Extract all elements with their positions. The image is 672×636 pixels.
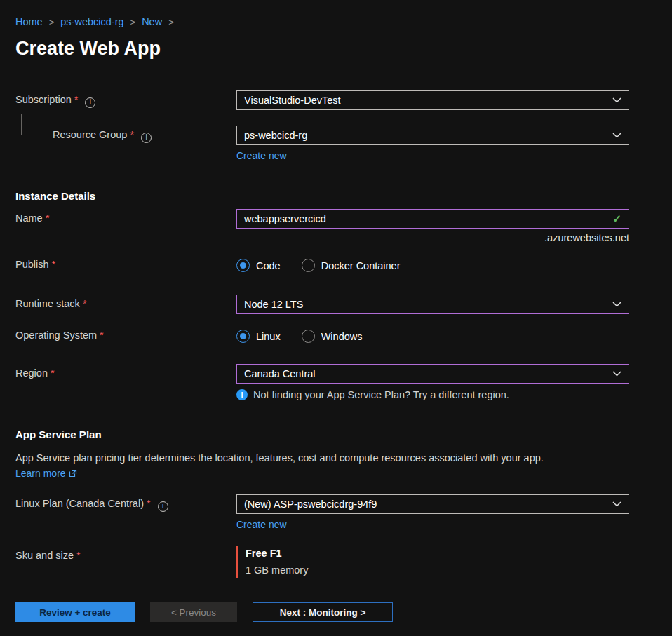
app-service-plan-description: App Service plan pricing tier determines…	[15, 452, 629, 464]
runtime-stack-row: Runtime stack* Node 12 LTS	[15, 295, 629, 314]
info-icon[interactable]: i	[141, 133, 152, 143]
region-label: Region*	[15, 364, 236, 379]
breadcrumb: Home > ps-webcicd-rg > New >	[15, 15, 629, 28]
os-option-linux[interactable]: Linux	[236, 330, 281, 343]
radio-unselected-icon	[302, 330, 315, 343]
info-icon-glyph: i	[241, 391, 243, 399]
radio-selected-icon	[236, 259, 250, 272]
info-icon-glyph: i	[162, 503, 163, 510]
publish-option-code[interactable]: Code	[236, 259, 281, 272]
region-info-line: i Not finding your App Service Plan? Try…	[236, 389, 629, 400]
region-value: Canada Central	[244, 368, 607, 379]
page-title: Create Web App	[15, 37, 629, 60]
required-asterisk: *	[83, 298, 87, 309]
resource-group-label-text: Resource Group	[53, 129, 127, 140]
valid-checkmark-icon: ✓	[612, 212, 621, 225]
previous-button[interactable]: < Previous	[150, 602, 237, 622]
next-monitoring-button[interactable]: Next : Monitoring >	[253, 602, 393, 622]
create-new-plan-link[interactable]: Create new	[236, 519, 287, 530]
breadcrumb-separator-icon: >	[49, 17, 55, 27]
radio-selected-icon	[236, 330, 250, 343]
resource-group-dropdown[interactable]: ps-webcicd-rg	[236, 126, 629, 145]
os-option-windows[interactable]: Windows	[302, 330, 363, 343]
info-icon: i	[236, 389, 248, 400]
tree-connector	[21, 114, 51, 135]
app-service-plan-heading: App Service Plan	[15, 428, 629, 440]
breadcrumb-new[interactable]: New	[142, 16, 162, 27]
review-create-button[interactable]: Review + create	[15, 602, 135, 622]
breadcrumb-resource-group[interactable]: ps-webcicd-rg	[60, 16, 123, 27]
sku-memory: 1 GB memory	[246, 564, 629, 576]
chevron-down-icon	[612, 302, 621, 307]
name-input[interactable]: webappservercicd ✓	[236, 209, 629, 229]
linux-plan-value: (New) ASP-pswebcicdrg-94f9	[244, 499, 607, 510]
os-option-windows-label: Windows	[321, 331, 363, 342]
chevron-down-icon	[612, 133, 621, 138]
subscription-value: VisualStudio-DevTest	[244, 95, 607, 106]
operating-system-label-text: Operating System	[15, 330, 97, 341]
linux-plan-label-text: Linux Plan (Canada Central)	[15, 498, 144, 509]
required-asterisk: *	[74, 94, 79, 105]
info-icon[interactable]: i	[158, 501, 168, 512]
publish-label-text: Publish	[15, 259, 49, 270]
chevron-down-icon	[612, 501, 621, 507]
runtime-stack-label-text: Runtime stack	[15, 298, 80, 309]
required-asterisk: *	[147, 498, 151, 509]
publish-label: Publish*	[15, 257, 236, 270]
required-asterisk: *	[130, 129, 134, 140]
subscription-dropdown[interactable]: VisualStudio-DevTest	[236, 90, 629, 110]
region-dropdown[interactable]: Canada Central	[236, 364, 629, 384]
required-asterisk: *	[100, 330, 104, 341]
operating-system-label: Operating System*	[15, 328, 236, 341]
resource-group-row: Resource Group*i ps-webcicd-rg Create ne…	[15, 126, 629, 162]
required-asterisk: *	[46, 212, 50, 224]
sku-summary: Free F1 1 GB memory	[236, 546, 629, 578]
learn-more-label: Learn more	[15, 468, 66, 479]
external-link-icon	[69, 469, 77, 478]
info-icon-glyph: i	[90, 99, 91, 106]
subscription-label: Subscription*i	[15, 90, 236, 108]
subscription-row: Subscription*i VisualStudio-DevTest	[15, 90, 629, 110]
sku-label: Sku and size*	[15, 546, 236, 561]
runtime-stack-label: Runtime stack*	[15, 295, 236, 309]
instance-details-heading: Instance Details	[15, 190, 629, 202]
subscription-label-text: Subscription	[15, 94, 72, 105]
sku-row: Sku and size* Free F1 1 GB memory	[15, 546, 629, 578]
os-option-linux-label: Linux	[256, 331, 281, 342]
name-label: Name*	[15, 209, 236, 224]
publish-radio-group: Code Docker Container	[236, 257, 629, 273]
resource-group-label: Resource Group*i	[15, 126, 236, 143]
create-new-resource-group-link[interactable]: Create new	[236, 150, 287, 161]
create-web-app-blade: Home > ps-webcicd-rg > New > Create Web …	[0, 0, 672, 636]
radio-unselected-icon	[302, 259, 315, 272]
publish-option-docker-label: Docker Container	[321, 260, 401, 271]
sku-tier: Free F1	[246, 548, 629, 559]
breadcrumb-separator-icon: >	[130, 17, 136, 27]
learn-more-link[interactable]: Learn more	[15, 468, 77, 479]
domain-suffix: .azurewebsites.net	[236, 232, 629, 243]
linux-plan-dropdown[interactable]: (New) ASP-pswebcicdrg-94f9	[236, 494, 629, 514]
required-asterisk: *	[76, 550, 81, 561]
region-label-text: Region	[15, 367, 48, 379]
chevron-down-icon	[612, 97, 621, 103]
region-row: Region* Canada Central i Not finding you…	[15, 364, 629, 400]
name-value: webappservercicd	[244, 213, 607, 224]
info-icon-glyph: i	[145, 134, 147, 141]
info-icon[interactable]: i	[85, 97, 95, 108]
linux-plan-label: Linux Plan (Canada Central)*i	[15, 494, 236, 512]
breadcrumb-separator-icon: >	[168, 17, 174, 27]
name-label-text: Name	[15, 212, 43, 224]
runtime-stack-dropdown[interactable]: Node 12 LTS	[236, 295, 629, 314]
sku-label-text: Sku and size	[15, 550, 74, 561]
os-radio-group: Linux Windows	[236, 328, 629, 344]
publish-option-docker[interactable]: Docker Container	[302, 259, 401, 272]
footer-actions: Review + create < Previous Next : Monito…	[15, 602, 393, 622]
chevron-down-icon	[612, 371, 621, 377]
breadcrumb-home[interactable]: Home	[15, 16, 43, 27]
resource-group-value: ps-webcicd-rg	[244, 130, 607, 141]
publish-row: Publish* Code Docker Container	[15, 257, 629, 273]
operating-system-row: Operating System* Linux Windows	[15, 328, 629, 344]
publish-option-code-label: Code	[256, 260, 281, 271]
linux-plan-row: Linux Plan (Canada Central)*i (New) ASP-…	[15, 494, 629, 531]
runtime-stack-value: Node 12 LTS	[244, 299, 607, 310]
